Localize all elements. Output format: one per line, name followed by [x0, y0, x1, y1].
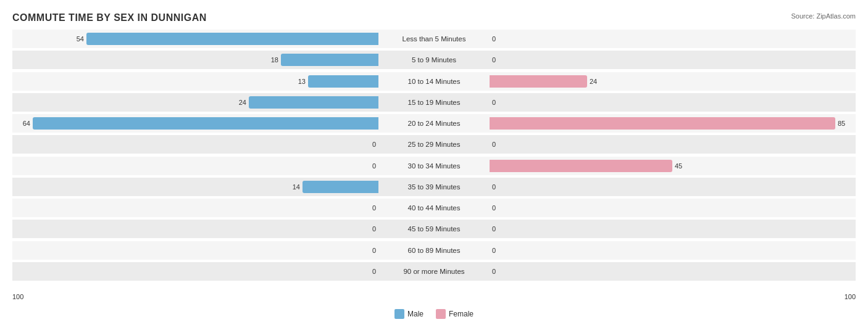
male-side: 0: [12, 220, 378, 238]
chart-row: 040 to 44 Minutes0: [12, 199, 856, 217]
female-side: 0: [490, 220, 856, 238]
female-value: 0: [492, 268, 504, 275]
row-label: 45 to 59 Minutes: [378, 225, 490, 233]
row-label: 10 to 14 Minutes: [378, 78, 490, 85]
chart-row: 1435 to 39 Minutes0: [12, 178, 856, 196]
female-value: 85: [838, 120, 850, 127]
female-bar: [490, 75, 587, 88]
male-bar: [249, 96, 378, 109]
row-label: 25 to 29 Minutes: [378, 141, 490, 148]
male-side: 18: [12, 51, 378, 69]
chart-row: 090 or more Minutes0: [12, 262, 856, 281]
legend-female: Female: [436, 309, 474, 319]
row-label: 15 to 19 Minutes: [378, 99, 490, 106]
axis-right: 100: [845, 293, 856, 300]
male-value: 0: [364, 204, 376, 212]
male-value: 13: [293, 78, 306, 85]
legend-male: Male: [394, 309, 424, 319]
male-value: 14: [288, 183, 300, 191]
female-value: 0: [492, 247, 504, 254]
female-side: 0: [490, 262, 856, 281]
legend-male-label: Male: [407, 310, 424, 318]
female-side: 0: [490, 178, 856, 196]
male-bar: [33, 117, 378, 130]
female-value: 0: [492, 99, 504, 106]
chart-row: 2415 to 19 Minutes0: [12, 93, 856, 112]
female-bar: [490, 160, 672, 172]
female-side: 0: [490, 135, 856, 154]
chart-container: COMMUTE TIME BY SEX IN DUNNIGAN Source: …: [0, 0, 868, 322]
female-value: 0: [492, 141, 504, 148]
row-label: 90 or more Minutes: [378, 268, 490, 275]
legend-female-label: Female: [449, 310, 474, 318]
male-side: 14: [12, 178, 378, 196]
male-side: 0: [12, 135, 378, 154]
male-side: 64: [12, 114, 378, 133]
male-side: 0: [12, 199, 378, 217]
male-side: 0: [12, 157, 378, 175]
male-side: 13: [12, 72, 378, 91]
male-value: 0: [364, 268, 376, 275]
male-side: 0: [12, 241, 378, 260]
male-value: 0: [364, 247, 376, 254]
female-value: 0: [492, 183, 504, 191]
female-value: 45: [675, 162, 687, 170]
chart-row: 54Less than 5 Minutes0: [12, 30, 856, 48]
male-value: 18: [266, 56, 278, 64]
chart-row: 6420 to 24 Minutes85: [12, 114, 856, 133]
row-label: 60 to 89 Minutes: [378, 247, 490, 254]
row-label: 35 to 39 Minutes: [378, 183, 490, 191]
female-value: 0: [492, 56, 504, 64]
source-label: Source: ZipAtlas.com: [791, 12, 856, 20]
female-side: 0: [490, 51, 856, 69]
row-label: 5 to 9 Minutes: [378, 56, 490, 64]
chart-row: 045 to 59 Minutes0: [12, 220, 856, 238]
male-side: 0: [12, 262, 378, 281]
female-value: 24: [590, 78, 602, 85]
chart-row: 030 to 34 Minutes45: [12, 157, 856, 175]
male-value: 64: [18, 120, 30, 127]
row-label: Less than 5 Minutes: [378, 35, 490, 43]
legend-male-box: [394, 309, 404, 319]
male-side: 54: [12, 30, 378, 48]
row-label: 30 to 34 Minutes: [378, 162, 490, 170]
chart-row: 185 to 9 Minutes0: [12, 51, 856, 69]
male-bar: [308, 75, 378, 88]
male-side: 24: [12, 93, 378, 112]
chart-area: 54Less than 5 Minutes0185 to 9 Minutes01…: [12, 30, 856, 281]
female-side: 24: [490, 72, 856, 91]
legend: Male Female: [394, 309, 474, 319]
row-label: 40 to 44 Minutes: [378, 204, 490, 212]
female-side: 85: [490, 114, 856, 133]
legend-female-box: [436, 309, 446, 319]
female-side: 0: [490, 93, 856, 112]
chart-row: 060 to 89 Minutes0: [12, 241, 856, 260]
female-side: 0: [490, 241, 856, 260]
female-side: 0: [490, 30, 856, 48]
male-value: 0: [364, 225, 376, 233]
female-side: 45: [490, 157, 856, 175]
male-bar: [86, 33, 378, 45]
male-value: 54: [72, 35, 84, 43]
male-value: 0: [364, 141, 376, 148]
male-value: 0: [364, 162, 376, 170]
male-bar: [303, 181, 378, 193]
row-label: 20 to 24 Minutes: [378, 120, 490, 127]
female-value: 0: [492, 204, 504, 212]
female-value: 0: [492, 35, 504, 43]
female-bar: [490, 117, 835, 130]
chart-row: 1310 to 14 Minutes24: [12, 72, 856, 91]
axis-left: 100: [12, 293, 23, 300]
female-value: 0: [492, 225, 504, 233]
female-side: 0: [490, 199, 856, 217]
male-bar: [281, 54, 378, 66]
chart-title: COMMUTE TIME BY SEX IN DUNNIGAN: [12, 12, 856, 23]
male-value: 24: [234, 99, 246, 106]
chart-row: 025 to 29 Minutes0: [12, 135, 856, 154]
